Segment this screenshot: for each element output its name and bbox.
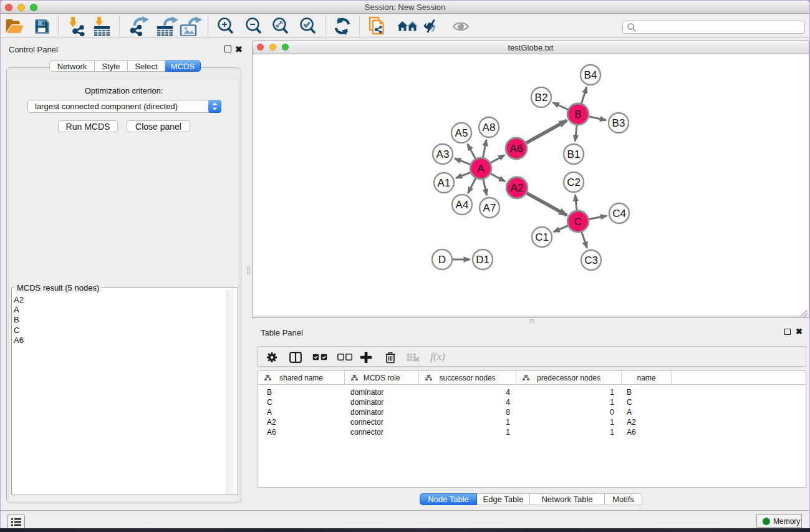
svg-text:A: A bbox=[477, 163, 485, 175]
svg-text:C: C bbox=[574, 216, 582, 228]
svg-text:A5: A5 bbox=[455, 127, 468, 139]
svg-text:A7: A7 bbox=[483, 202, 496, 214]
svg-text:A2: A2 bbox=[511, 182, 524, 194]
svg-text:D: D bbox=[438, 254, 446, 266]
svg-text:A3: A3 bbox=[436, 148, 450, 160]
svg-text:A6: A6 bbox=[510, 143, 523, 155]
svg-text:A1: A1 bbox=[438, 177, 451, 189]
svg-text:A8: A8 bbox=[483, 122, 496, 133]
svg-text:B: B bbox=[574, 109, 581, 120]
svg-text:A4: A4 bbox=[456, 199, 469, 211]
svg-text:C3: C3 bbox=[584, 254, 598, 266]
svg-text:C4: C4 bbox=[612, 208, 626, 220]
svg-text:B4: B4 bbox=[584, 69, 597, 81]
svg-text:B1: B1 bbox=[567, 148, 581, 160]
svg-text:B2: B2 bbox=[535, 92, 548, 104]
svg-text:C2: C2 bbox=[567, 177, 581, 188]
svg-text:D1: D1 bbox=[476, 254, 489, 266]
svg-text:C1: C1 bbox=[535, 231, 549, 243]
svg-text:B3: B3 bbox=[612, 117, 625, 129]
